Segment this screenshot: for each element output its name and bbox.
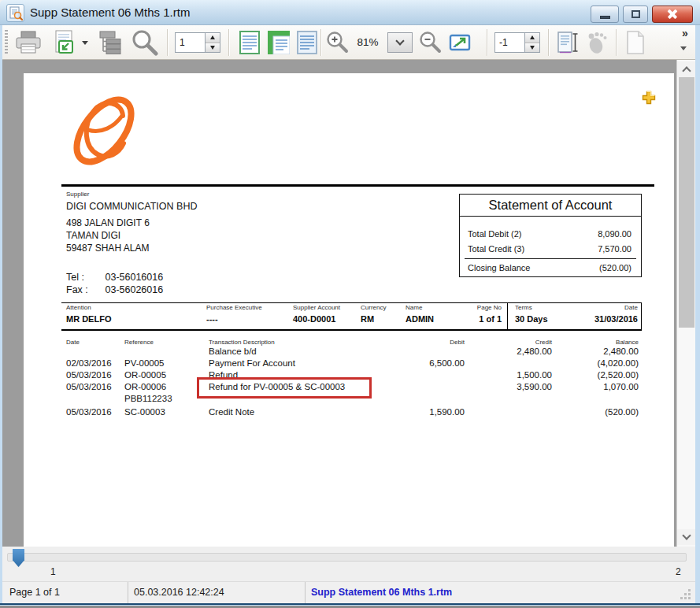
page-slider-track[interactable] [7,553,687,562]
info-value: 400-D0001 [293,314,340,324]
supplier-name: DIGI COMMUNICATION BHD [66,201,197,212]
resize-grip[interactable] [680,589,691,600]
tel-value: 03-56016016 [105,272,163,283]
export-button[interactable] [49,28,79,57]
preview-document-icon [9,6,23,20]
open-in-window-button[interactable] [446,28,474,57]
full-size-view-button[interactable] [294,28,320,57]
zoom-in-button[interactable] [323,28,351,57]
report-tree-button[interactable] [94,28,126,57]
total-credit-row: Total Credit (3) 7,570.00 [468,244,633,254]
window-title: Supp Statement 06 Mths 1.rtm [30,6,190,19]
info-label: Date [535,304,638,311]
gnome-print-button[interactable] [583,28,613,57]
info-date: Date 31/03/2016 [535,304,638,324]
page-slider: 1 2 [2,547,695,581]
scroll-down-button[interactable] [677,529,695,545]
cell-debit: 6,500.00 [386,358,465,368]
col-header-reference: Reference [124,339,154,346]
spin-up-icon [210,35,215,39]
page-width-view-button[interactable] [265,28,292,57]
closing-balance-row: Closing Balance (520.00) [468,263,633,272]
scrollbar-thumb[interactable] [679,77,694,328]
cell-date: 05/03/2016 [66,382,112,391]
summary-divider [465,258,636,259]
maximize-button[interactable] [623,6,648,23]
info-attention: Attention MR DELFO [66,304,111,324]
chevron-up-icon [682,66,691,75]
band-top-rule [61,302,642,303]
spin-down-icon [210,46,215,50]
scroll-up-button[interactable] [677,61,695,77]
supplier-label: Supplier [66,191,89,198]
vertical-scrollbar[interactable] [676,60,695,547]
zoom-in-icon [325,31,349,54]
page-number-input[interactable] [176,33,205,52]
company-logo [67,81,142,182]
minimize-icon [600,16,610,19]
page-slider-first-label: 1 [50,566,56,577]
page-setup-button[interactable] [553,28,581,57]
col-header-date: Date [66,339,80,346]
zoom-out-button[interactable] [416,28,444,57]
cell-reference: PBB112233 [124,394,199,403]
offset-input[interactable] [495,33,524,52]
page-spin-down-button[interactable] [206,43,220,53]
dropdown-arrow-icon [82,41,88,45]
footprint-icon [586,31,609,54]
cell-reference: OR-00005 [124,370,199,380]
offset-spin-down-button[interactable] [525,43,539,53]
fax-label: Fax : [66,284,102,295]
minimize-button[interactable] [591,6,619,23]
supplier-address-line: 498 JALAN DIGIT 6 [66,217,150,228]
cell-balance: (4,020.00) [560,358,639,368]
total-debit-value: 8,090.00 [598,229,631,239]
offset-spin-up-button[interactable] [525,33,539,43]
spin-up-icon [530,35,535,39]
status-page-info: Page 1 of 1 [2,582,128,603]
chevron-down-icon [395,36,404,45]
total-credit-value: 7,570.00 [598,244,631,254]
toolbar-separator [548,29,549,56]
window-frame-right [695,25,700,603]
blank-page-icon [625,31,646,54]
page-spin-up-button[interactable] [206,33,220,43]
tel-line: Tel : 03-56016016 [66,272,163,283]
detach-window-icon [449,33,471,52]
fax-value: 03-56026016 [105,284,163,295]
spin-down-icon [530,46,535,50]
toolbar-overflow-caret-icon[interactable] [680,46,687,50]
page-slider-last-label: 2 [676,566,681,577]
table-row: Balance b/d 2,480.00 2,480.00 [24,347,674,358]
supplier-address-line: TAMAN DIGI [66,230,120,241]
export-dropdown-button[interactable] [80,28,90,57]
statement-summary-box: Statement of Account Total Debit (2) 8,0… [459,194,642,277]
page-slider-thumb[interactable] [13,549,24,567]
title-bar: Supp Statement 06 Mths 1.rtm [0,0,700,25]
cell-date: 05/03/2016 [66,370,112,380]
search-button[interactable] [126,28,162,57]
cell-balance: (2,520.00) [560,370,639,380]
cell-credit: 3,590.00 [473,382,552,391]
whole-page-view-button[interactable] [236,28,263,57]
terms-box-right-rule [641,302,642,331]
offset-spin-buttons [524,33,539,52]
search-icon [129,29,159,56]
toolbar-overflow-button[interactable]: » [674,27,696,43]
close-button[interactable] [652,6,693,23]
cell-description: Balance b/d [209,347,394,356]
band-bottom-rule [61,329,642,331]
export-icon [52,30,76,55]
zoom-dropdown-button[interactable] [387,32,413,53]
print-button[interactable] [11,28,46,57]
cell-credit: 1,500.00 [473,370,552,380]
toolbar-grip[interactable] [5,30,8,55]
total-debit-label: Total Debit (2) [468,229,521,239]
cell-date: 05/03/2016 [66,407,112,417]
terms-box-left-rule [507,302,508,331]
application-window: Supp Statement 06 Mths 1.rtm [0,0,700,608]
info-supplier-account: Supplier Account 400-D0001 [293,304,340,324]
info-label: Supplier Account [293,304,340,311]
tel-label: Tel : [66,272,102,283]
new-page-button[interactable] [622,28,649,57]
